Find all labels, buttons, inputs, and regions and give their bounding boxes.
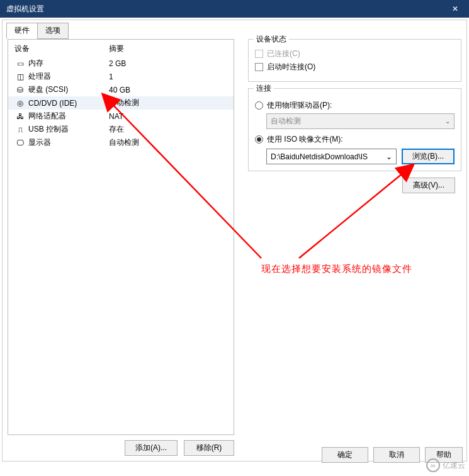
connected-checkbox: 已连接(C) bbox=[255, 48, 455, 59]
checkbox-icon bbox=[255, 50, 263, 58]
auto-detect-label: 自动检测 bbox=[271, 116, 301, 127]
connected-label: 已连接(C) bbox=[267, 48, 300, 59]
poweron-label: 启动时连接(O) bbox=[267, 62, 315, 72]
watermark: ∞ 亿速云 bbox=[426, 458, 465, 472]
device-row-display[interactable]: 🖵 显示器 自动检测 bbox=[8, 136, 234, 149]
use-iso-label: 使用 ISO 映像文件(M): bbox=[267, 134, 343, 145]
display-icon: 🖵 bbox=[14, 139, 26, 147]
use-physical-radio[interactable]: 使用物理驱动器(P): bbox=[255, 100, 455, 111]
tab-strip: 硬件 选项 bbox=[6, 23, 68, 39]
tab-options-label: 选项 bbox=[45, 26, 60, 35]
remove-label: 移除(R) bbox=[196, 443, 222, 452]
device-name: 网络适配器 bbox=[28, 111, 109, 122]
tab-options[interactable]: 选项 bbox=[37, 23, 69, 39]
device-row-network[interactable]: 🖧 网络适配器 NAT bbox=[8, 110, 234, 123]
tab-hardware-label: 硬件 bbox=[14, 26, 30, 35]
device-name: CD/DVD (IDE) bbox=[28, 99, 109, 108]
usb-icon: ⎍ bbox=[14, 125, 26, 134]
checkbox-icon bbox=[255, 63, 263, 71]
advanced-label: 高级(V)... bbox=[413, 181, 444, 190]
device-summary: 1 bbox=[109, 72, 113, 81]
cd-icon: ◎ bbox=[14, 99, 26, 108]
device-row-cddvd[interactable]: ◎ CD/DVD (IDE) 自动检测 bbox=[8, 96, 234, 110]
hdd-icon: ⛁ bbox=[14, 86, 26, 94]
close-button[interactable]: ✕ bbox=[441, 0, 469, 18]
chevron-down-icon: ⌄ bbox=[445, 118, 450, 125]
cancel-label: 取消 bbox=[389, 450, 404, 459]
watermark-logo-icon: ∞ bbox=[426, 458, 440, 472]
remove-device-button[interactable]: 移除(R) bbox=[184, 440, 234, 456]
radio-icon bbox=[255, 101, 263, 110]
radio-icon bbox=[255, 135, 263, 144]
cpu-icon: ◫ bbox=[14, 72, 26, 81]
device-row-cpu[interactable]: ◫ 处理器 1 bbox=[8, 70, 234, 83]
group-title: 设备状态 bbox=[254, 34, 289, 45]
ok-label: 确定 bbox=[337, 450, 353, 459]
watermark-label: 亿速云 bbox=[443, 460, 465, 471]
device-summary: 自动检测 bbox=[109, 137, 139, 148]
device-summary: NAT bbox=[109, 112, 123, 121]
device-name: 处理器 bbox=[28, 71, 109, 82]
chevron-down-icon: ⌄ bbox=[386, 152, 392, 161]
device-summary: 40 GB bbox=[109, 86, 130, 94]
group-title: 连接 bbox=[254, 83, 274, 94]
col-summary: 摘要 bbox=[109, 43, 124, 54]
close-icon: ✕ bbox=[452, 0, 458, 18]
device-list-header: 设备 摘要 bbox=[8, 40, 234, 57]
window-title: 虚拟机设置 bbox=[6, 0, 44, 18]
add-device-button[interactable]: 添加(A)... bbox=[125, 440, 178, 456]
device-summary: 2 GB bbox=[109, 59, 126, 68]
device-name: 内存 bbox=[28, 58, 109, 69]
device-row-usb[interactable]: ⎍ USB 控制器 存在 bbox=[8, 123, 234, 136]
device-summary: 自动检测 bbox=[109, 98, 139, 108]
device-list[interactable]: 设备 摘要 ▭ 内存 2 GB ◫ 处理器 1 ⛁ 硬盘 (SCSI) 40 G… bbox=[8, 39, 234, 435]
iso-path-value: D:\BaiduNetdiskDownload\IS bbox=[271, 152, 368, 161]
col-device: 设备 bbox=[14, 43, 109, 54]
device-summary: 存在 bbox=[109, 124, 124, 135]
cancel-button[interactable]: 取消 bbox=[373, 447, 420, 463]
connect-at-poweron-checkbox[interactable]: 启动时连接(O) bbox=[255, 62, 455, 72]
dialog-frame: 硬件 选项 设备 摘要 ▭ 内存 2 GB ◫ 处理器 1 bbox=[2, 20, 467, 462]
device-status-group: 设备状态 已连接(C) 启动时连接(O) bbox=[248, 39, 461, 82]
annotation-text: 现在选择想要安装系统的镜像文件 bbox=[261, 263, 412, 275]
device-row-hdd[interactable]: ⛁ 硬盘 (SCSI) 40 GB bbox=[8, 83, 234, 96]
advanced-button[interactable]: 高级(V)... bbox=[402, 178, 455, 193]
add-label: 添加(A)... bbox=[135, 443, 167, 452]
device-name: USB 控制器 bbox=[28, 124, 109, 135]
help-label: 帮助 bbox=[436, 450, 451, 459]
memory-icon: ▭ bbox=[14, 59, 26, 68]
connection-group: 连接 使用物理驱动器(P): 自动检测 ⌄ 使用 ISO 映像文件(M): D:… bbox=[248, 88, 461, 171]
physical-drive-select: 自动检测 ⌄ bbox=[266, 113, 455, 129]
ok-button[interactable]: 确定 bbox=[322, 447, 368, 463]
browse-button[interactable]: 浏览(B)... bbox=[402, 149, 455, 164]
use-iso-radio[interactable]: 使用 ISO 映像文件(M): bbox=[255, 134, 455, 145]
network-icon: 🖧 bbox=[14, 112, 26, 121]
device-row-memory[interactable]: ▭ 内存 2 GB bbox=[8, 57, 234, 70]
use-physical-label: 使用物理驱动器(P): bbox=[267, 100, 332, 111]
browse-label: 浏览(B)... bbox=[412, 152, 444, 161]
iso-path-combo[interactable]: D:\BaiduNetdiskDownload\IS ⌄ bbox=[266, 149, 397, 164]
device-name: 硬盘 (SCSI) bbox=[28, 84, 109, 95]
device-name: 显示器 bbox=[28, 137, 109, 148]
title-bar: 虚拟机设置 ✕ bbox=[0, 0, 469, 18]
tab-hardware[interactable]: 硬件 bbox=[6, 23, 38, 39]
